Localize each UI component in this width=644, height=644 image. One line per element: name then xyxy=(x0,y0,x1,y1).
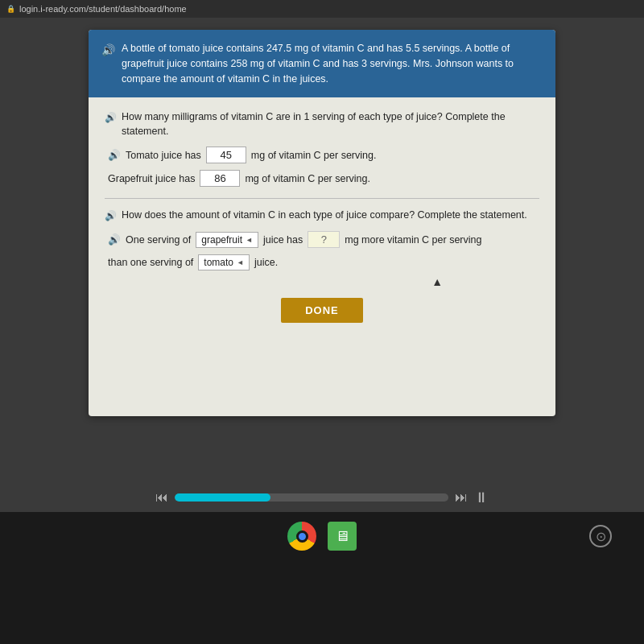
compare-line1: 🔊 One serving of grapefruit ◄ juice has … xyxy=(105,231,539,248)
question1-prompt: 🔊 How many milligrams of vitamin C are i… xyxy=(105,110,539,138)
chevron-left-icon-2: ◄ xyxy=(237,258,244,266)
tomato-label-2: mg of vitamin C per serving. xyxy=(251,150,377,161)
dropdown-tomato-value: tomato xyxy=(204,257,233,268)
done-section: DONE xyxy=(105,282,539,336)
than-label: than one serving of xyxy=(108,257,193,268)
question-body: 🔊 How many milligrams of vitamin C are i… xyxy=(89,97,555,349)
settings-taskbar-icon[interactable]: ⊙ xyxy=(589,525,612,547)
url-text: login.i-ready.com/student/dashboard/home xyxy=(19,4,187,14)
compare-prefix: One serving of xyxy=(126,234,191,246)
q2-speaker-icon[interactable]: 🔊 xyxy=(105,209,117,223)
done-button[interactable]: DONE xyxy=(281,298,363,323)
chevron-left-icon-1: ◄ xyxy=(246,236,253,244)
mg-more-label: mg more vitamin C per serving xyxy=(345,234,481,246)
bottom-bar: 🖥 ⊙ xyxy=(0,512,644,560)
question2-section: 🔊 How does the amount of vitamin C in ea… xyxy=(105,208,539,270)
lock-icon: 🔒 xyxy=(6,5,15,13)
screen-area: 🔊 A bottle of tomato juice contains 247.… xyxy=(0,18,644,483)
tomato-line: 🔊 Tomato juice has 45 mg of vitamin C pe… xyxy=(105,147,539,163)
tomato-label-1: Tomato juice has xyxy=(126,150,201,161)
tomato-answer-box: 45 xyxy=(206,147,246,163)
q1-speaker-icon[interactable]: 🔊 xyxy=(105,111,117,125)
chrome-taskbar-icon[interactable] xyxy=(287,522,316,551)
compare-speaker-icon[interactable]: 🔊 xyxy=(108,233,121,246)
compare-line2: than one serving of tomato ◄ juice. xyxy=(105,254,539,270)
q1-text: How many milligrams of vitamin C are in … xyxy=(122,110,539,138)
q2-text: How does the amount of vitamin C in each… xyxy=(122,208,527,223)
pause-button[interactable]: ⏸ xyxy=(474,489,489,506)
grapefruit-line: Grapefruit juice has 86 mg of vitamin C … xyxy=(105,170,539,187)
address-bar: 🔒 login.i-ready.com/student/dashboard/ho… xyxy=(0,0,644,18)
unknown-answer-box[interactable]: ? xyxy=(308,231,340,248)
section-divider xyxy=(105,198,539,199)
question2-prompt: 🔊 How does the amount of vitamin C in ea… xyxy=(105,208,539,223)
header-text: A bottle of tomato juice contains 247.5 … xyxy=(122,41,543,86)
grapefruit-answer-box: 86 xyxy=(200,170,240,187)
question-header: 🔊 A bottle of tomato juice contains 247.… xyxy=(89,30,555,97)
grapefruit-label-2: mg of vitamin C per serving. xyxy=(245,173,370,184)
taskbar: 🖥 ⊙ xyxy=(0,512,644,560)
juice-has-label: juice has xyxy=(263,234,303,246)
content-card: 🔊 A bottle of tomato juice contains 247.… xyxy=(89,30,555,416)
progress-fill xyxy=(175,493,270,502)
progress-area: ⏮ ⏭ ⏸ xyxy=(0,483,644,512)
cursor-position: ▲ xyxy=(431,275,443,289)
taskbar-wrapper: 🖥 ⊙ xyxy=(16,522,628,551)
header-speaker-icon[interactable]: 🔊 xyxy=(101,42,115,86)
question1-section: 🔊 How many milligrams of vitamin C are i… xyxy=(105,110,539,187)
tomato-speaker-icon[interactable]: 🔊 xyxy=(108,149,121,161)
prev-button[interactable]: ⏮ xyxy=(155,490,168,505)
files-taskbar-icon[interactable]: 🖥 xyxy=(328,522,357,551)
dropdown-grapefruit[interactable]: grapefruit ◄ xyxy=(196,232,258,248)
juice-suffix: juice. xyxy=(254,257,278,268)
progress-bar xyxy=(175,493,448,502)
dropdown-grapefruit-value: grapefruit xyxy=(201,234,242,246)
grapefruit-label-1: Grapefruit juice has xyxy=(108,173,195,184)
next-button[interactable]: ⏭ xyxy=(455,490,468,505)
dropdown-tomato[interactable]: tomato ◄ xyxy=(198,254,250,270)
